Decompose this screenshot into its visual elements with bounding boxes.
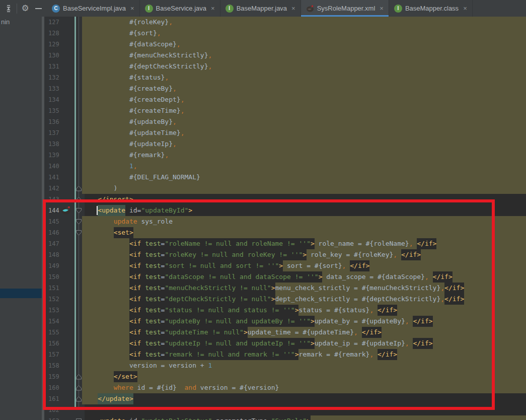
line-number: 146 [48, 227, 68, 238]
code-line[interactable]: #{dataScope}, [82, 39, 526, 50]
code-token: "updateRoleStatus" [141, 415, 212, 420]
code-token: , [369, 305, 373, 316]
code-token: > [319, 271, 323, 283]
code-line[interactable]: <if test="sort != null and sort != ''"> … [82, 260, 526, 271]
code-line[interactable]: <update id="updateById"> [82, 205, 526, 216]
java-interface-icon: I [394, 5, 402, 13]
fold-up-icon[interactable] [76, 185, 82, 191]
close-icon[interactable]: × [463, 5, 467, 12]
tab-label: SysRoleMapper.xml [317, 5, 375, 12]
close-icon[interactable]: × [211, 5, 215, 12]
code-line[interactable]: <if test="updateBy != null and updateBy … [82, 316, 526, 327]
code-token: > [279, 260, 283, 271]
code-token: sort = #{sort} [283, 260, 342, 271]
code-token [82, 161, 129, 172]
code-token: and [185, 382, 196, 393]
code-line[interactable]: #{updateTime}, [82, 127, 526, 138]
minimize-icon[interactable] [32, 2, 45, 15]
fold-up-icon[interactable] [76, 384, 82, 391]
tab-baseserviceimpl-java[interactable]: C BaseServiceImpl.java × [47, 0, 140, 17]
code-line[interactable]: update sys_role [82, 216, 526, 227]
code-line[interactable]: #{DEL_FLAG_NORMAL} [82, 172, 526, 183]
code-line[interactable]: #{createDept}, [82, 94, 526, 105]
code-token: data_scope = #{dataScope} [322, 271, 425, 283]
code-token: </if> [413, 338, 432, 349]
code-line[interactable]: #{remark}, [82, 150, 526, 161]
code-line[interactable]: </set> [82, 371, 526, 382]
fold-down-icon[interactable] [76, 207, 82, 214]
code-line[interactable]: #{updateIp}, [82, 138, 526, 150]
code-editor[interactable]: 1271281291301311321331341351361371381391… [44, 17, 526, 420]
code-token: , [393, 249, 397, 260]
code-line[interactable]: #{createTime}, [82, 105, 526, 116]
code-line[interactable]: #{roleKey}, [82, 17, 526, 28]
code-line[interactable]: <if test="roleKey != null and roleKey !=… [82, 249, 526, 260]
code-token [409, 316, 413, 327]
tab-basemapper-java[interactable]: I BaseMapper.java × [220, 0, 301, 17]
code-token: id [129, 205, 137, 216]
code-token [82, 216, 114, 227]
code-line[interactable]: version = version + 1 [82, 360, 526, 371]
fold-down-icon[interactable] [76, 218, 82, 225]
code-token: #{updateBy} [82, 116, 173, 127]
code-line[interactable]: where id = #{id} and version = #{version… [82, 382, 526, 393]
fold-down-icon[interactable] [76, 229, 82, 236]
code-line[interactable]: #{menuCheckStrictly}, [82, 50, 526, 61]
code-line[interactable]: <set> [82, 227, 526, 238]
code-line[interactable]: 1, [82, 161, 526, 172]
code-line[interactable]: #{createBy}, [82, 83, 526, 94]
code-line[interactable]: ) [82, 183, 526, 194]
code-token: update_time = #{updateTime} [248, 327, 354, 338]
code-token: "remark != null and remark != ''" [165, 349, 294, 360]
code-lines[interactable]: #{roleKey}, #{sort}, #{dataScope}, #{men… [82, 17, 526, 420]
gear-icon[interactable]: ⚙ [19, 2, 32, 15]
code-line[interactable]: #{sort}, [82, 28, 526, 39]
close-icon[interactable]: × [380, 5, 384, 12]
fold-up-icon[interactable] [76, 196, 82, 202]
code-token: test [145, 260, 161, 271]
project-panel-selected-row[interactable] [0, 289, 42, 298]
code-token: #{remark} [82, 150, 165, 161]
code-line[interactable]: <if test="updateTime != null">update_tim… [82, 327, 526, 338]
code-line[interactable]: </insert> [82, 194, 526, 205]
code-token: </set> [114, 371, 137, 382]
fold-up-icon[interactable] [76, 395, 82, 402]
code-line[interactable]: <if test="remark != null and remark != '… [82, 349, 526, 360]
code-token [82, 415, 98, 420]
line-number: 150 [48, 271, 68, 283]
close-icon[interactable]: × [291, 5, 295, 12]
collapse-icon[interactable] [2, 2, 15, 15]
fold-down-icon[interactable] [76, 417, 82, 420]
code-token: </update> [98, 393, 133, 404]
code-line[interactable]: #{status}, [82, 72, 526, 83]
code-line[interactable]: <if test="deptCheckStrictly != null">dep… [82, 294, 526, 305]
code-token: "sort != null and sort != ''" [165, 260, 279, 271]
code-token [82, 349, 129, 360]
code-token: update [114, 216, 137, 227]
code-line[interactable]: #{deptCheckStrictly}, [82, 61, 526, 72]
code-line[interactable]: <if test="menuCheckStrictly != null">men… [82, 283, 526, 294]
fold-up-icon[interactable] [76, 373, 82, 380]
close-icon[interactable]: × [130, 5, 134, 12]
code-line[interactable]: #{updateBy}, [82, 116, 526, 127]
code-token [82, 227, 114, 238]
code-line[interactable]: <update id="updateRoleStatus" parameterT… [82, 415, 526, 420]
mybatis-mapper-gutter-icon[interactable] [60, 206, 71, 215]
code-token: , [181, 127, 185, 138]
tab-basemapper-class[interactable]: I BaseMapper.class × [389, 0, 473, 17]
code-line[interactable]: <if test="updateIp != null and updateIp … [82, 338, 526, 349]
code-line[interactable]: <if test="status != null and status != '… [82, 305, 526, 316]
code-token: version = #{version} [196, 382, 279, 393]
line-number: 161 [48, 393, 68, 404]
ide-window: ⚙ C BaseServiceImpl.java × I BaseService… [0, 0, 526, 420]
code-token: status = #{status} [298, 305, 369, 316]
code-token [413, 238, 417, 249]
tab-sysrolemapper-xml[interactable]: SysRoleMapper.xml × [301, 0, 389, 17]
code-token: </if> [350, 260, 369, 271]
code-line[interactable]: <if test="dataScope != null and dataScop… [82, 271, 526, 283]
tab-baseservice-java[interactable]: I BaseService.java × [140, 0, 220, 17]
code-line[interactable]: <if test="roleName != null and roleName … [82, 238, 526, 249]
code-line[interactable] [82, 404, 526, 415]
code-token: = [161, 316, 165, 327]
code-line[interactable]: </update> [82, 393, 526, 404]
